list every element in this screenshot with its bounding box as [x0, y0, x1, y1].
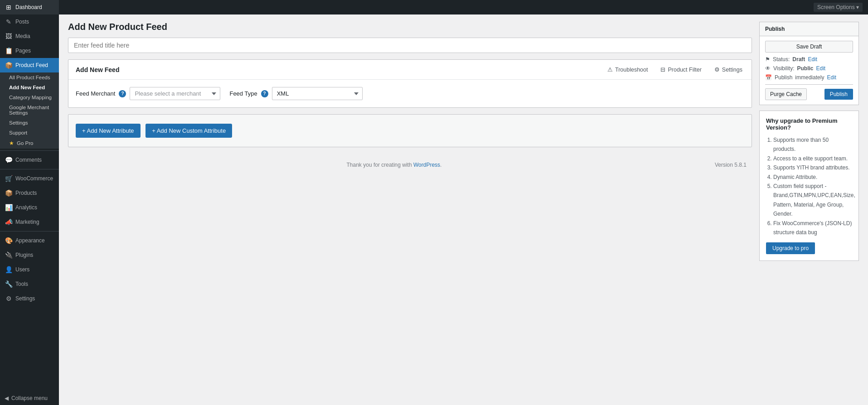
sidebar-sub-support[interactable]: Support — [5, 128, 59, 138]
collapse-menu-button[interactable]: ◀ Collapse menu — [0, 391, 59, 405]
product-feed-submenu: All Product Feeds Add New Feed Category … — [0, 72, 59, 149]
publish-row: 📅 Publish immediately Edit — [765, 74, 853, 81]
status-label: Status: — [773, 56, 790, 63]
feed-title-input[interactable] — [68, 38, 752, 53]
feed-type-field: Feed Type ? XML CSV TSV JSON — [229, 87, 362, 100]
sidebar-item-settings[interactable]: ⚙ Settings — [0, 291, 59, 306]
posts-icon: ✎ — [5, 18, 13, 25]
sidebar-item-pages[interactable]: 📋 Pages — [0, 43, 59, 58]
publish-box-header: Publish — [760, 22, 858, 36]
publish-box-body: Save Draft ⚑ Status: Draft Edit 👁 Visibi… — [760, 36, 858, 105]
filter-icon: ⊟ — [660, 66, 665, 73]
main-content: Add New Product Feed Add New Feed ⚠ Trou… — [59, 14, 868, 405]
upgrade-item-5: Custom field support - Brand,GTIN,MPN,UP… — [773, 182, 852, 219]
upgrade-item-2: Access to a elite support team. — [773, 154, 852, 163]
upgrade-item-4: Dynamic Attribute. — [773, 173, 852, 182]
sidebar-sub-go-pro[interactable]: ★ Go Pro — [5, 138, 59, 149]
version-label: Version 5.8.1 — [715, 162, 747, 168]
publish-actions: Purge Cache Publish — [765, 84, 853, 100]
footer: Thank you for creating with WordPress. V… — [68, 156, 752, 174]
upgrade-title: Why upgrade to Premium Version? — [766, 117, 852, 131]
sidebar-item-media[interactable]: 🖼 Media — [0, 29, 59, 43]
troubleshoot-icon: ⚠ — [607, 66, 613, 73]
analytics-icon: 📊 — [5, 204, 13, 211]
visibility-value: Public — [797, 65, 813, 72]
feed-actions: ⚠ Troubleshoot ⊟ Product Filter ⚙ Settin… — [606, 65, 744, 74]
status-edit-link[interactable]: Edit — [808, 56, 817, 63]
publish-label: Publish — [775, 74, 792, 81]
product-feed-icon: 📦 — [5, 62, 13, 69]
feed-card-header: Add New Feed ⚠ Troubleshoot ⊟ Product Fi… — [68, 60, 752, 80]
feed-card: Add New Feed ⚠ Troubleshoot ⊟ Product Fi… — [68, 59, 752, 108]
upgrade-item-3: Supports YITH brand attributes. — [773, 163, 852, 172]
upgrade-item-1: Supports more than 50 products. — [773, 135, 852, 154]
sidebar-item-dashboard[interactable]: ⊞ Dashboard — [0, 0, 59, 14]
marketing-icon: 📣 — [5, 218, 13, 226]
feed-row: Feed Merchant ? Please select a merchant… — [76, 87, 744, 100]
sidebar-item-analytics[interactable]: 📊 Analytics — [0, 200, 59, 215]
feed-type-select[interactable]: XML CSV TSV JSON — [272, 87, 363, 100]
status-row: ⚑ Status: Draft Edit — [765, 56, 853, 63]
calendar-icon: 📅 — [765, 74, 772, 81]
sidebar-item-woocommerce[interactable]: 🛒 WooCommerce — [0, 171, 59, 186]
purge-cache-button[interactable]: Purge Cache — [765, 88, 807, 100]
eye-icon: 👁 — [765, 65, 771, 72]
content-area: Add New Product Feed Add New Feed ⚠ Trou… — [68, 22, 752, 174]
sidebar-item-product-feed[interactable]: 📦 Product Feed — [0, 58, 59, 72]
publish-button[interactable]: Publish — [824, 89, 853, 100]
gear-icon: ⚙ — [714, 66, 720, 73]
visibility-edit-link[interactable]: Edit — [816, 65, 825, 72]
publish-edit-link[interactable]: Edit — [827, 74, 836, 81]
upgrade-item-6: Fix WooCommerce's (JSON-LD) structure da… — [773, 219, 852, 237]
comments-icon: 💬 — [5, 156, 13, 164]
sidebar-divider2 — [0, 169, 59, 169]
feed-merchant-label: Feed Merchant — [76, 90, 115, 97]
appearance-icon: 🎨 — [5, 237, 13, 244]
visibility-row: 👁 Visibility: Public Edit — [765, 65, 853, 72]
topbar: Screen Options ▾ — [59, 0, 868, 14]
settings-icon: ⚙ — [5, 295, 13, 302]
add-new-custom-attribute-button[interactable]: + Add New Custom Attribute — [145, 124, 232, 138]
sidebar-sub-settings[interactable]: Settings — [5, 118, 59, 128]
sidebar-item-users[interactable]: 👤 Users — [0, 262, 59, 277]
upgrade-list: Supports more than 50 products. Access t… — [766, 135, 852, 237]
pages-icon: 📋 — [5, 47, 13, 54]
settings-button[interactable]: ⚙ Settings — [713, 65, 744, 74]
save-draft-button[interactable]: Save Draft — [765, 41, 853, 53]
sidebar-item-products[interactable]: 📦 Products — [0, 186, 59, 200]
products-icon: 📦 — [5, 189, 13, 197]
sidebar-item-appearance[interactable]: 🎨 Appearance — [0, 233, 59, 248]
add-new-attribute-button[interactable]: + Add New Attribute — [76, 124, 141, 138]
sidebar-item-comments[interactable]: 💬 Comments — [0, 153, 59, 167]
feed-merchant-field: Feed Merchant ? Please select a merchant — [76, 87, 220, 100]
sidebar-item-plugins[interactable]: 🔌 Plugins — [0, 248, 59, 262]
sidebar: ⊞ Dashboard ✎ Posts 🖼 Media 📋 Pages 📦 Pr… — [0, 0, 59, 405]
publish-box: Publish Save Draft ⚑ Status: Draft Edit … — [759, 22, 859, 105]
sidebar-item-marketing[interactable]: 📣 Marketing — [0, 215, 59, 229]
sidebar-item-tools[interactable]: 🔧 Tools — [0, 277, 59, 291]
sidebar-sub-all-feeds[interactable]: All Product Feeds — [5, 72, 59, 82]
collapse-icon: ◀ — [5, 395, 9, 401]
upgrade-to-pro-button[interactable]: Upgrade to pro — [766, 242, 815, 254]
tools-icon: 🔧 — [5, 280, 13, 288]
sidebar-sub-google-merchant[interactable]: Google Merchant Settings — [5, 102, 59, 118]
woocommerce-icon: 🛒 — [5, 175, 13, 182]
attributes-card: + Add New Attribute + Add New Custom Att… — [68, 114, 752, 147]
dashboard-icon: ⊞ — [5, 4, 13, 11]
sidebar-sub-category-mapping[interactable]: Category Mapping — [5, 92, 59, 102]
product-filter-button[interactable]: ⊟ Product Filter — [659, 65, 703, 74]
feed-type-help-icon[interactable]: ? — [261, 90, 268, 97]
publish-when: immediately — [795, 74, 824, 81]
feed-section-title: Add New Feed — [76, 66, 119, 73]
feed-card-body: Feed Merchant ? Please select a merchant… — [68, 80, 752, 107]
sidebar-divider — [0, 150, 59, 151]
screen-options-button[interactable]: Screen Options ▾ — [814, 3, 863, 12]
wordpress-link[interactable]: WordPress — [413, 162, 440, 168]
troubleshoot-button[interactable]: ⚠ Troubleshoot — [606, 65, 650, 74]
sidebar-item-posts[interactable]: ✎ Posts — [0, 14, 59, 29]
sidebar-divider3 — [0, 231, 59, 231]
feed-merchant-select[interactable]: Please select a merchant — [130, 87, 220, 100]
sidebar-sub-add-new-feed[interactable]: Add New Feed — [5, 82, 59, 92]
users-icon: 👤 — [5, 266, 13, 273]
merchant-help-icon[interactable]: ? — [119, 90, 126, 97]
